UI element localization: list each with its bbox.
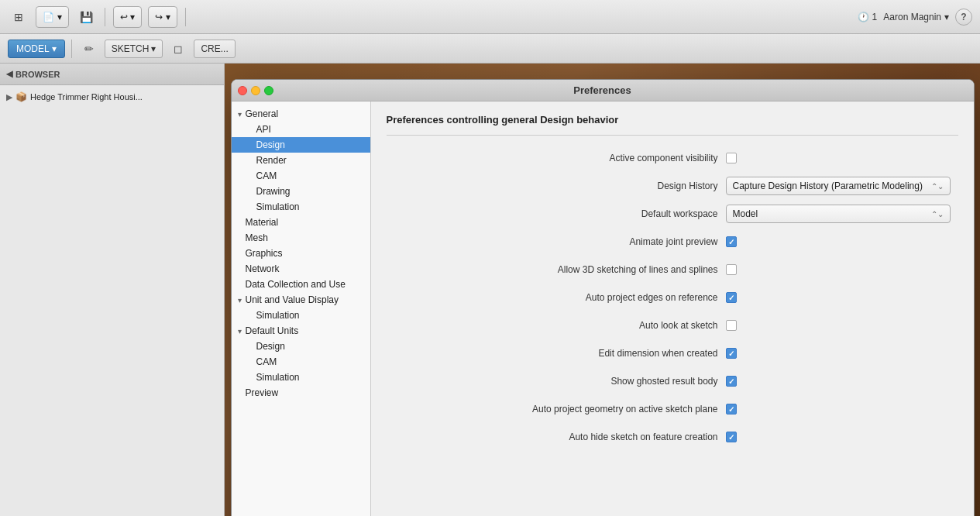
pref-label-auto-hide-sketch: Auto hide sketch on feature creation — [387, 432, 726, 442]
user-name: Aaron Magnin — [883, 12, 941, 22]
user-name-area: Aaron Magnin ▾ — [883, 12, 949, 22]
model-btn[interactable]: MODEL ▾ — [8, 40, 65, 58]
pref-row-design-history: Design HistoryCapture Design History (Pa… — [387, 176, 958, 196]
pref-tree-item-cam-under-general[interactable]: CAM — [232, 168, 370, 184]
dialog-overlay: Preferences ▾GeneralAPIDesignRenderCAMDr… — [225, 64, 980, 516]
pref-control-auto-project-geometry — [726, 404, 958, 415]
checkbox-show-ghosted-result-body[interactable] — [726, 376, 737, 387]
main-area: ◀ BROWSER ▶ 📦 Hedge Trimmer Right Housi.… — [0, 64, 980, 516]
pref-row-edit-dimension-when-created: Edit dimension when created — [387, 343, 958, 363]
checkbox-active-component-visibility[interactable] — [726, 153, 737, 163]
toolbar-row2: MODEL ▾ ✏ SKETCH ▾ ◻ CRE... — [0, 34, 980, 64]
pref-label-active-component-visibility: Active component visibility — [387, 153, 726, 163]
collapse-icon[interactable]: ◀ — [6, 69, 12, 79]
sketch-label: SKETCH — [112, 43, 150, 54]
pref-row-auto-hide-sketch: Auto hide sketch on feature creation — [387, 427, 958, 447]
pref-row-default-workspace: Default workspaceModel⌃⌄ — [387, 204, 958, 224]
create-icon-btn[interactable]: ◻ — [167, 38, 189, 60]
pref-control-active-component-visibility — [726, 153, 958, 163]
pref-tree-item-cam-under-du[interactable]: CAM — [232, 354, 370, 370]
select-value-design-history: Capture Design History (Parametric Model… — [733, 181, 923, 191]
clock-icon: 🕐 — [858, 12, 869, 22]
pref-item-label-material: Material — [246, 217, 279, 228]
create-label: CRE... — [201, 43, 228, 54]
pref-item-label-render: Render — [256, 155, 287, 166]
select-design-history[interactable]: Capture Design History (Parametric Model… — [726, 177, 951, 195]
clock-area: 🕐 1 — [858, 12, 878, 22]
pref-item-label-mesh: Mesh — [246, 232, 268, 243]
checkbox-auto-project-geometry[interactable] — [726, 404, 737, 415]
pref-row-animate-joint-preview: Animate joint preview — [387, 232, 958, 252]
tree-arrow-default-units: ▾ — [235, 327, 246, 335]
pref-label-design-history: Design History — [387, 181, 726, 191]
browser-tree-item[interactable]: ▶ 📦 Hedge Trimmer Right Housi... — [0, 88, 224, 105]
pref-item-label-simulation-under-uvd: Simulation — [256, 310, 300, 321]
save-btn[interactable]: 💾 — [75, 6, 97, 28]
checkbox-allow-3d-sketching[interactable] — [726, 264, 737, 275]
undo-btn[interactable]: ↩ ▾ — [113, 6, 142, 28]
pref-item-label-graphics: Graphics — [246, 248, 283, 259]
pref-tree-item-material[interactable]: Material — [232, 215, 370, 230]
create-btn[interactable]: CRE... — [194, 40, 235, 58]
checkbox-auto-hide-sketch[interactable] — [726, 432, 737, 442]
dialog-body: ▾GeneralAPIDesignRenderCAMDrawingSimulat… — [232, 101, 974, 516]
pref-tree-item-graphics[interactable]: Graphics — [232, 246, 370, 261]
pref-label-allow-3d-sketching: Allow 3D sketching of lines and splines — [387, 264, 726, 275]
checkbox-edit-dimension-when-created[interactable] — [726, 348, 737, 359]
pref-label-animate-joint-preview: Animate joint preview — [387, 236, 726, 247]
browser-label: BROWSER — [15, 70, 60, 79]
browser-content: ▶ 📦 Hedge Trimmer Right Housi... — [0, 85, 224, 516]
pref-tree-item-simulation-under-du[interactable]: Simulation — [232, 370, 370, 385]
checkbox-auto-look-at-sketch[interactable] — [726, 320, 737, 331]
pref-tree-item-design-under-du[interactable]: Design — [232, 339, 370, 354]
sep3 — [71, 40, 72, 58]
redo-btn[interactable]: ↪ ▾ — [148, 6, 177, 28]
pref-row-show-ghosted-result-body: Show ghosted result body — [387, 371, 958, 391]
pref-row-auto-project-geometry: Auto project geometry on active sketch p… — [387, 399, 958, 419]
pref-tree-item-design[interactable]: Design — [232, 137, 370, 153]
pref-tree-item-general[interactable]: ▾General — [232, 106, 370, 122]
file-label: Hedge Trimmer Right Housi... — [30, 92, 143, 101]
pref-label-edit-dimension-when-created: Edit dimension when created — [387, 348, 726, 359]
pref-label-auto-project-edges: Auto project edges on reference — [387, 292, 726, 303]
pref-tree-item-unit-value-display[interactable]: ▾Unit and Value Display — [232, 292, 370, 308]
dialog-titlebar: Preferences — [232, 80, 974, 101]
pref-item-label-cam-under-general: CAM — [256, 170, 277, 181]
select-value-default-workspace: Model — [733, 208, 758, 219]
pref-tree-item-drawing[interactable]: Drawing — [232, 184, 370, 199]
pref-tree-item-mesh[interactable]: Mesh — [232, 230, 370, 246]
traffic-lights — [238, 86, 273, 95]
pref-item-label-unit-value-display: Unit and Value Display — [246, 294, 339, 305]
pref-tree-item-render[interactable]: Render — [232, 153, 370, 168]
pref-tree-item-api[interactable]: API — [232, 122, 370, 137]
pref-label-show-ghosted-result-body: Show ghosted result body — [387, 376, 726, 387]
sep2 — [185, 8, 186, 26]
select-default-workspace[interactable]: Model⌃⌄ — [726, 205, 951, 223]
pref-tree-item-default-units[interactable]: ▾Default Units — [232, 323, 370, 339]
minimize-btn[interactable] — [251, 86, 260, 95]
preferences-tree-panel: ▾GeneralAPIDesignRenderCAMDrawingSimulat… — [232, 101, 371, 516]
sketch-icon-btn[interactable]: ✏ — [78, 38, 100, 60]
help-btn[interactable]: ? — [955, 9, 972, 26]
pref-item-label-simulation: Simulation — [256, 201, 300, 212]
checkbox-auto-project-edges[interactable] — [726, 292, 737, 303]
pref-tree-item-preview[interactable]: Preview — [232, 385, 370, 401]
pref-item-label-general: General — [246, 108, 279, 119]
pref-item-label-network: Network — [246, 263, 280, 274]
tree-arrow-unit-value-display: ▾ — [235, 296, 246, 304]
pref-tree-item-data-collection[interactable]: Data Collection and Use — [232, 277, 370, 292]
file-menu-btn[interactable]: 📄 ▾ — [36, 6, 69, 28]
pref-tree-item-simulation[interactable]: Simulation — [232, 199, 370, 215]
arrow-icon: ▶ — [6, 92, 12, 102]
close-btn[interactable] — [238, 86, 247, 95]
sketch-btn[interactable]: SKETCH ▾ — [105, 40, 163, 58]
pref-tree-item-simulation-under-uvd[interactable]: Simulation — [232, 308, 370, 323]
checkbox-animate-joint-preview[interactable] — [726, 236, 737, 247]
pref-tree-item-network[interactable]: Network — [232, 261, 370, 277]
left-panel: ◀ BROWSER ▶ 📦 Hedge Trimmer Right Housi.… — [0, 64, 225, 516]
apps-icon[interactable]: ⊞ — [8, 6, 29, 28]
clock-count: 1 — [872, 12, 878, 22]
dialog-title: Preferences — [573, 84, 631, 96]
pref-row-auto-look-at-sketch: Auto look at sketch — [387, 315, 958, 335]
maximize-btn[interactable] — [264, 86, 273, 95]
